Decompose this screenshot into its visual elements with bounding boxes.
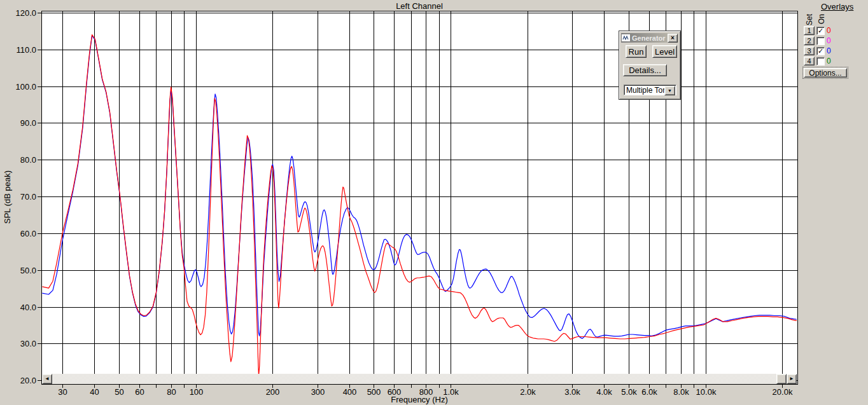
svg-text:90.0: 90.0 [20,118,36,128]
scroll-right-icon: ► [789,376,794,381]
overlay-row-3: 3 ✓ 0 [804,46,831,55]
overlay-1-on-checkbox[interactable]: ✓ [816,27,825,35]
signal-type-dropdown[interactable]: Multiple Ton ▼ [624,85,676,95]
svg-text:60.0: 60.0 [20,229,36,238]
dropdown-arrow-icon[interactable]: ▼ [664,86,675,95]
svg-text:20.0: 20.0 [20,376,36,385]
horizontal-scrollbar[interactable]: ◄ ► [42,374,797,384]
svg-text:30.0: 30.0 [20,339,36,348]
overlays-col-on: On [817,14,826,24]
overlay-row-2: 2 0 [804,36,831,45]
scroll-right-button[interactable]: ► [787,374,797,384]
overlay-2-on-checkbox[interactable] [816,37,825,45]
options-button[interactable]: Options... [804,68,847,78]
check-icon: ✓ [818,48,823,54]
overlay-4-on-checkbox[interactable] [816,57,825,65]
overlays-col-set: Set [805,14,814,25]
level-button[interactable]: Level [652,45,677,58]
overlay-3-value: 0 [827,46,831,55]
signal-type-value: Multiple Ton [626,86,667,95]
scroll-left-icon: ◄ [45,376,50,381]
overlay-2-set-button[interactable]: 2 [804,36,815,45]
generator-titlebar[interactable]: Generator × [621,33,678,43]
spl-chart: 30405060801002003004005006008001.0k2.0k3… [0,0,868,405]
overlays-title: Overlays [821,2,853,11]
overlay-row-1: 1 ✓ 0 [804,26,831,35]
app-window: 30405060801002003004005006008001.0k2.0k3… [0,0,868,405]
overlay-4-value: 0 [827,57,831,65]
svg-text:80.0: 80.0 [20,155,36,165]
svg-text:50.0: 50.0 [20,266,36,275]
run-button[interactable]: Run [626,45,647,58]
overlay-1-value: 0 [827,26,831,35]
details-button[interactable]: Details... [623,64,667,76]
svg-text:120.0: 120.0 [15,8,36,18]
close-icon[interactable]: × [668,34,678,43]
check-icon: ✓ [818,27,823,34]
y-axis-title: SPL (dB peak) [3,170,12,224]
overlay-2-value: 0 [827,36,831,45]
options-button-focus-ring: Options... [802,67,848,79]
scroll-left-button[interactable]: ◄ [42,374,52,384]
overlay-3-set-button[interactable]: 3 [804,46,815,55]
x-axis-title: Frequency (Hz) [41,395,797,404]
generator-dialog-title: Generator [630,34,668,42]
scrollbar-thumb[interactable] [776,374,787,384]
overlay-4-set-button[interactable]: 4 [804,57,815,65]
overlay-3-on-checkbox[interactable]: ✓ [816,47,825,55]
generator-dialog: Generator × Run Level Details... Multipl… [619,31,681,100]
svg-text:110.0: 110.0 [16,45,36,55]
svg-text:70.0: 70.0 [20,192,36,202]
overlay-1-set-button[interactable]: 1 [804,26,815,35]
chart-title: Left Channel [41,1,797,11]
svg-text:40.0: 40.0 [20,303,36,312]
waveform-icon [622,34,630,41]
svg-text:100.0: 100.0 [15,82,36,92]
overlay-row-4: 4 0 [804,57,831,65]
